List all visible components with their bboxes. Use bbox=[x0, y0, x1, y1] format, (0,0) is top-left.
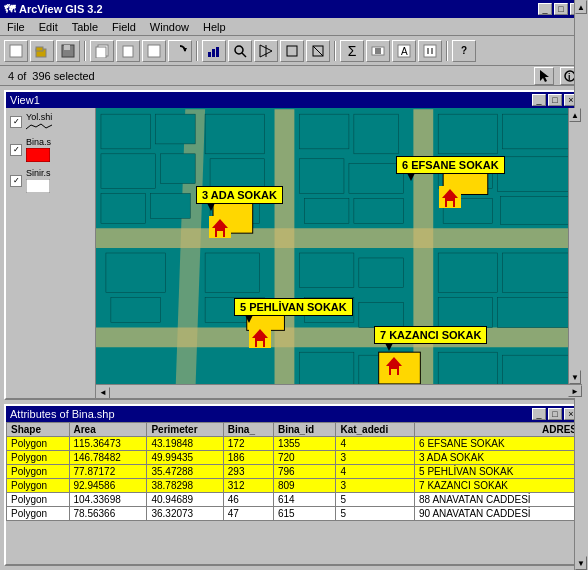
col-area[interactable]: Area bbox=[69, 423, 147, 437]
view-maximize[interactable]: □ bbox=[548, 94, 562, 106]
tb-search[interactable] bbox=[228, 40, 252, 62]
scroll-right[interactable]: ► bbox=[568, 385, 582, 397]
cell-1-2: 49.99435 bbox=[147, 451, 223, 465]
scroll-down[interactable]: ▼ bbox=[569, 370, 581, 384]
legend-check-bina[interactable]: ✓ bbox=[10, 144, 22, 156]
pointer-tool[interactable] bbox=[534, 67, 554, 85]
col-perimeter[interactable]: Perimeter bbox=[147, 423, 223, 437]
status-bar: 4 of 396 selected i bbox=[0, 66, 588, 86]
map-area[interactable]: 3 ADA SOKAK 6 EFSANE SOKAK 5 PEHLİVAN SO… bbox=[96, 108, 582, 398]
tb-sigma[interactable]: Σ bbox=[340, 40, 364, 62]
cell-3-4: 809 bbox=[273, 479, 335, 493]
table-row[interactable]: Polygon104.3369840.9468946614588 ANAVATA… bbox=[7, 493, 582, 507]
cell-2-6: 5 PEHLİVAN SOKAK bbox=[415, 465, 582, 479]
tb-chart[interactable] bbox=[202, 40, 226, 62]
svg-rect-71 bbox=[438, 253, 498, 293]
cell-5-3: 47 bbox=[223, 507, 273, 521]
legend-symbol-bina bbox=[26, 148, 50, 162]
tb-tool3[interactable] bbox=[306, 40, 330, 62]
col-kat[interactable]: Kat_adedi bbox=[336, 423, 415, 437]
cell-0-4: 1355 bbox=[273, 437, 335, 451]
callout-7kazanci: 7 KAZANCI SOKAK bbox=[374, 326, 487, 344]
svg-rect-43 bbox=[160, 154, 195, 184]
legend-label-yol: Yol.shi bbox=[26, 112, 54, 122]
col-bina[interactable]: Bina_ bbox=[223, 423, 273, 437]
cell-5-6: 90 ANAVATAN CADDESİ bbox=[415, 507, 582, 521]
table-wrapper[interactable]: Shape Area Perimeter Bina_ Bina_id Kat_a… bbox=[6, 422, 582, 564]
attr-title-bar: Attributes of Bina.shp _ □ × bbox=[6, 406, 582, 422]
table-row[interactable]: Polygon115.3647343.19848172135546 EFSANE… bbox=[7, 437, 582, 451]
menu-table[interactable]: Table bbox=[69, 21, 101, 33]
toolbar: Σ A ? bbox=[0, 36, 588, 66]
legend-check-sinir[interactable]: ✓ bbox=[10, 175, 22, 187]
table-row[interactable]: Polygon77.8717235.4728829379645 PEHLİVAN… bbox=[7, 465, 582, 479]
table-header-row: Shape Area Perimeter Bina_ Bina_id Kat_a… bbox=[7, 423, 582, 437]
svg-rect-32 bbox=[26, 148, 50, 162]
legend-item-bina: ✓ Bina.s bbox=[10, 137, 91, 162]
cell-5-4: 615 bbox=[273, 507, 335, 521]
svg-rect-58 bbox=[354, 198, 404, 223]
minimize-button[interactable]: _ bbox=[538, 3, 552, 15]
cell-1-4: 720 bbox=[273, 451, 335, 465]
svg-rect-84 bbox=[217, 231, 223, 237]
cell-1-5: 3 bbox=[336, 451, 415, 465]
maximize-button[interactable]: □ bbox=[554, 3, 568, 15]
tb-paste[interactable] bbox=[116, 40, 140, 62]
tb-tool2[interactable] bbox=[280, 40, 304, 62]
tb-tool1[interactable] bbox=[254, 40, 278, 62]
tb-tool5[interactable]: A bbox=[392, 40, 416, 62]
attr-minimize[interactable]: _ bbox=[532, 408, 546, 420]
tb-open[interactable] bbox=[30, 40, 54, 62]
cell-2-0: Polygon bbox=[7, 465, 70, 479]
col-bina-id[interactable]: Bina_id bbox=[273, 423, 335, 437]
tb-sep4 bbox=[446, 41, 448, 61]
scroll-left[interactable]: ◄ bbox=[96, 387, 110, 399]
scroll-up[interactable]: ▲ bbox=[569, 108, 581, 122]
cell-5-2: 36.32073 bbox=[147, 507, 223, 521]
svg-marker-37 bbox=[275, 109, 295, 397]
svg-rect-7 bbox=[123, 46, 133, 57]
tb-help[interactable]: ? bbox=[452, 40, 476, 62]
svg-rect-41 bbox=[156, 114, 196, 144]
menu-help[interactable]: Help bbox=[200, 21, 229, 33]
table-row[interactable]: Polygon78.5636636.3207347615590 ANAVATAN… bbox=[7, 507, 582, 521]
svg-rect-66 bbox=[503, 114, 572, 149]
svg-rect-88 bbox=[447, 201, 453, 207]
map-svg bbox=[96, 108, 582, 398]
svg-rect-26 bbox=[424, 45, 436, 57]
menu-window[interactable]: Window bbox=[147, 21, 192, 33]
tb-copy[interactable] bbox=[90, 40, 114, 62]
cell-0-0: Polygon bbox=[7, 437, 70, 451]
map-scrollbar-h[interactable]: ◄ ► bbox=[96, 384, 582, 398]
svg-rect-40 bbox=[101, 114, 151, 149]
svg-point-13 bbox=[235, 46, 243, 54]
menu-edit[interactable]: Edit bbox=[36, 21, 61, 33]
cell-4-5: 5 bbox=[336, 493, 415, 507]
legend-check-yol[interactable]: ✓ bbox=[10, 116, 22, 128]
col-shape[interactable]: Shape bbox=[7, 423, 70, 437]
tb-save[interactable] bbox=[56, 40, 80, 62]
menu-field[interactable]: Field bbox=[109, 21, 139, 33]
table-row[interactable]: Polygon92.9458638.7829831280937 KAZANCI … bbox=[7, 479, 582, 493]
svg-rect-73 bbox=[438, 298, 493, 328]
cell-3-1: 92.94586 bbox=[69, 479, 147, 493]
tb-cut[interactable] bbox=[142, 40, 166, 62]
tb-tool6[interactable] bbox=[418, 40, 442, 62]
svg-rect-2 bbox=[36, 47, 43, 51]
cell-0-2: 43.19848 bbox=[147, 437, 223, 451]
svg-rect-74 bbox=[498, 298, 572, 328]
svg-rect-8 bbox=[148, 45, 160, 57]
tb-refresh[interactable] bbox=[168, 40, 192, 62]
menu-file[interactable]: File bbox=[4, 21, 28, 33]
callout-3ada: 3 ADA SOKAK bbox=[196, 186, 283, 204]
col-adres[interactable]: ADRES bbox=[415, 423, 582, 437]
tb-tool4[interactable] bbox=[366, 40, 390, 62]
view-title: View1 bbox=[10, 94, 40, 106]
svg-rect-6 bbox=[96, 47, 106, 58]
tb-new[interactable] bbox=[4, 40, 28, 62]
tb-sep2 bbox=[196, 41, 198, 61]
attr-maximize[interactable]: □ bbox=[548, 408, 562, 420]
map-scrollbar-v[interactable]: ▲ ▼ bbox=[568, 108, 582, 384]
view-minimize[interactable]: _ bbox=[532, 94, 546, 106]
table-row[interactable]: Polygon146.7848249.9943518672033 ADA SOK… bbox=[7, 451, 582, 465]
